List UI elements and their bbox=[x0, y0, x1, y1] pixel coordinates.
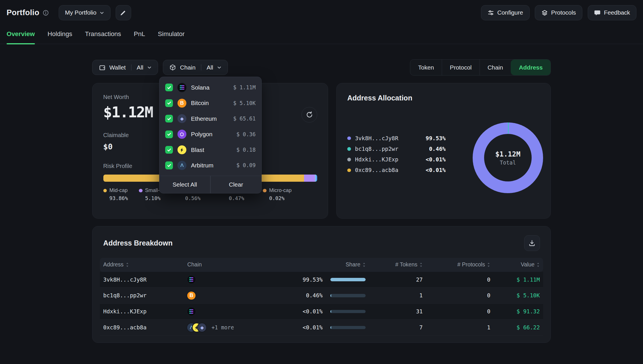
chain-cell bbox=[184, 276, 285, 284]
risk-legend-item: Micro-cap0.02% bbox=[263, 187, 291, 201]
legend-dot-icon bbox=[347, 136, 351, 140]
info-icon[interactable] bbox=[43, 10, 49, 16]
protocols-count-cell: 0 bbox=[426, 292, 494, 299]
column-header-address[interactable]: Address bbox=[100, 262, 184, 268]
allocation-address: Hdxki...KJExp bbox=[355, 156, 398, 163]
legend-dot-icon bbox=[139, 189, 143, 193]
clear-button[interactable]: Clear bbox=[211, 176, 261, 193]
select-all-button[interactable]: Select All bbox=[159, 176, 210, 193]
allocation-pct: 99.53% bbox=[426, 135, 446, 142]
view-mode-token[interactable]: Token bbox=[410, 60, 442, 75]
bitcoin-icon: B bbox=[177, 99, 187, 108]
checkbox-checked-icon[interactable] bbox=[165, 130, 173, 138]
column-header-value[interactable]: Value bbox=[494, 262, 543, 268]
chain-option-value: $ 65.61 bbox=[233, 116, 255, 122]
share-bar-fill bbox=[330, 294, 331, 297]
sort-icon bbox=[419, 262, 423, 268]
download-button[interactable] bbox=[524, 235, 540, 251]
breakdown-title: Address Breakdown bbox=[103, 239, 173, 247]
chain-option-ethereum[interactable]: ◆Ethereum$ 65.61 bbox=[159, 111, 261, 126]
checkbox-checked-icon[interactable] bbox=[165, 146, 173, 154]
configure-button[interactable]: Configure bbox=[481, 5, 529, 20]
share-value: 0.46% bbox=[306, 292, 323, 299]
chain-option-name: Solana bbox=[191, 84, 210, 91]
chain-cell: ◆+1 more bbox=[184, 323, 285, 332]
column-header-share[interactable]: Share bbox=[285, 262, 371, 268]
column-label: # Tokens bbox=[395, 262, 417, 268]
divider bbox=[131, 64, 131, 70]
allocation-address: bc1q8...pp2wr bbox=[355, 146, 398, 152]
portfolio-selector-label: My Portfolio bbox=[65, 9, 96, 16]
chain-cube-icon bbox=[169, 64, 176, 71]
tab-holdings[interactable]: Holdings bbox=[48, 30, 72, 44]
column-header--tokens[interactable]: # Tokens bbox=[371, 262, 426, 268]
protocols-count-cell: 0 bbox=[426, 276, 494, 283]
column-label: Share bbox=[346, 262, 360, 268]
wallet-filter-button[interactable]: Wallet All bbox=[92, 60, 158, 75]
view-mode-chain[interactable]: Chain bbox=[480, 60, 511, 75]
ethereum-icon: ◆ bbox=[177, 114, 187, 123]
chain-option-name: Blast bbox=[191, 147, 204, 153]
tab-overview[interactable]: Overview bbox=[7, 30, 35, 44]
page-title: Portfolio bbox=[7, 8, 39, 17]
column-header-chain: Chain bbox=[184, 262, 285, 268]
chain-option-name: Arbitrum bbox=[191, 162, 213, 169]
chain-filter-value: All bbox=[207, 64, 213, 71]
tab-simulator[interactable]: Simulator bbox=[158, 30, 185, 44]
share-bar-fill bbox=[330, 278, 366, 281]
protocols-button[interactable]: Protocols bbox=[535, 5, 582, 20]
pencil-icon bbox=[120, 9, 127, 16]
chain-option-polygon[interactable]: Polygon$ 0.36 bbox=[159, 126, 261, 142]
feedback-label: Feedback bbox=[604, 9, 630, 16]
configure-label: Configure bbox=[497, 9, 523, 16]
checkbox-checked-icon[interactable] bbox=[165, 115, 173, 122]
sort-icon bbox=[537, 262, 540, 268]
table-row[interactable]: 3vk8H...cJy8R99.53%270$ 1.11M bbox=[100, 272, 543, 288]
table-row[interactable]: Hdxki...KJExp<0.01%310$ 91.32 bbox=[100, 304, 543, 320]
solana-icon bbox=[187, 307, 196, 316]
tokens-count-cell: 1 bbox=[371, 292, 426, 299]
breakdown-table: AddressChainShare# Tokens# ProtocolsValu… bbox=[100, 258, 543, 336]
chain-option-name: Bitcoin bbox=[191, 100, 209, 106]
chain-option-solana[interactable]: Solana$ 1.11M bbox=[159, 80, 261, 95]
table-row[interactable]: bc1q8...pp2wrB0.46%10$ 5.10K bbox=[100, 288, 543, 304]
tokens-count-cell: 7 bbox=[371, 324, 426, 331]
allocation-donut-chart: $1.12M Total bbox=[473, 122, 543, 193]
chain-option-blast[interactable]: Blast$ 0.18 bbox=[159, 142, 261, 157]
portfolio-app: Portfolio My Portfolio Configure Protoco… bbox=[0, 0, 643, 364]
chain-option-value: $ 0.18 bbox=[236, 147, 256, 153]
value-cell: $ 1.11M bbox=[494, 276, 543, 283]
table-row[interactable]: 0xc89...acb8a◆+1 more<0.01%71$ 66.22 bbox=[100, 320, 543, 336]
portfolio-selector[interactable]: My Portfolio bbox=[59, 5, 111, 20]
bitcoin-icon: B bbox=[187, 292, 196, 300]
checkbox-checked-icon[interactable] bbox=[165, 84, 173, 91]
view-mode-protocol[interactable]: Protocol bbox=[442, 60, 480, 75]
solana-icon bbox=[187, 276, 196, 284]
sort-icon bbox=[487, 262, 490, 268]
chain-filter-button[interactable]: Chain All bbox=[163, 60, 228, 75]
blast-icon bbox=[177, 145, 187, 155]
topbar-actions: Configure Protocols Feedback bbox=[481, 5, 636, 20]
chain-option-bitcoin[interactable]: BBitcoin$ 5.10K bbox=[159, 95, 261, 111]
feedback-button[interactable]: Feedback bbox=[588, 5, 637, 20]
column-header--protocols[interactable]: # Protocols bbox=[426, 262, 494, 268]
wallet-filter-label: Wallet bbox=[109, 64, 126, 71]
checkbox-checked-icon[interactable] bbox=[165, 161, 173, 169]
tab-transactions[interactable]: Transactions bbox=[85, 30, 121, 44]
tab-pnl[interactable]: PnL bbox=[134, 30, 145, 44]
checkbox-checked-icon[interactable] bbox=[165, 99, 173, 107]
chain-icons: ◆ bbox=[187, 323, 206, 332]
allocation-legend-item: 3vk8H...cJy8R99.53% bbox=[347, 135, 446, 142]
refresh-button[interactable] bbox=[301, 107, 317, 122]
share-value: 99.53% bbox=[303, 276, 323, 283]
risk-legend-pct: 0.02% bbox=[269, 195, 292, 201]
view-mode-address[interactable]: Address bbox=[511, 60, 551, 75]
allocation-address: 0xc89...acb8a bbox=[355, 167, 398, 173]
wallet-filter-value: All bbox=[137, 64, 143, 71]
topbar: Portfolio My Portfolio Configure Protoco… bbox=[0, 0, 643, 25]
share-value: <0.01% bbox=[303, 324, 323, 331]
edit-portfolio-button[interactable] bbox=[116, 5, 131, 20]
chain-option-arbitrum[interactable]: Arbitrum$ 0.09 bbox=[159, 158, 261, 173]
table-header: AddressChainShare# Tokens# ProtocolsValu… bbox=[100, 258, 543, 272]
share-bar-track bbox=[330, 326, 366, 329]
